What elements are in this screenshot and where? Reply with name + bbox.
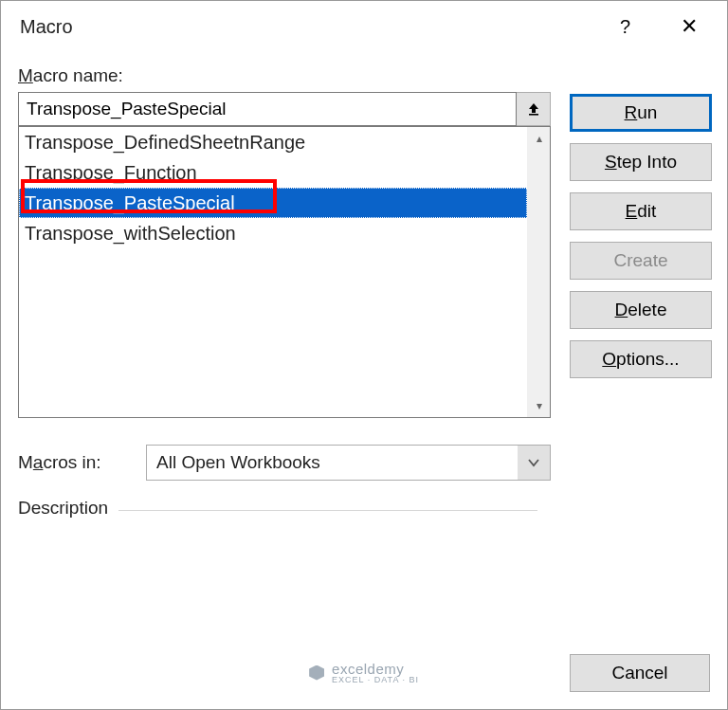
list-item[interactable]: Transpose_DefinedSheetnRange <box>19 127 527 157</box>
list-item[interactable]: Transpose_Function <box>19 157 527 188</box>
edit-button[interactable]: Edit <box>570 192 712 230</box>
run-button[interactable]: Run <box>570 94 712 132</box>
watermark: exceldemy EXCEL · DATA · BI <box>309 661 419 684</box>
macro-name-label: Macro name: <box>18 65 551 86</box>
macro-name-input[interactable] <box>18 92 517 126</box>
list-item[interactable]: Transpose_PasteSpecial <box>19 188 527 218</box>
up-arrow-icon <box>526 101 541 117</box>
macro-dialog: Macro ? ✕ Macro name: Transpose_DefinedS… <box>0 0 728 710</box>
macros-in-dropdown[interactable]: All Open Workbooks <box>146 445 551 481</box>
svg-rect-0 <box>529 114 538 116</box>
close-button[interactable]: ✕ <box>670 12 708 41</box>
macro-list[interactable]: Transpose_DefinedSheetnRangeTranspose_Fu… <box>18 126 551 418</box>
scrollbar[interactable]: ▴ ▾ <box>527 127 550 417</box>
scroll-up-button[interactable]: ▴ <box>528 127 550 150</box>
watermark-logo-icon <box>309 665 324 681</box>
macros-in-selected: All Open Workbooks <box>147 446 518 480</box>
options-button[interactable]: Options... <box>570 340 712 378</box>
chevron-down-icon <box>518 456 550 469</box>
title-bar: Macro ? ✕ <box>1 1 727 48</box>
window-controls: ? ✕ <box>614 12 708 41</box>
cancel-button[interactable]: Cancel <box>570 654 710 692</box>
description-separator <box>118 510 537 511</box>
chevron-up-icon: ▴ <box>537 132 542 145</box>
scroll-down-button[interactable]: ▾ <box>528 394 550 417</box>
create-button: Create <box>570 242 712 280</box>
dialog-title: Macro <box>20 16 73 38</box>
macro-name-row <box>18 92 551 126</box>
macros-in-label: Macros in: <box>18 452 127 473</box>
chevron-down-icon: ▾ <box>537 399 542 412</box>
watermark-tagline: EXCEL · DATA · BI <box>332 675 419 684</box>
range-picker-button[interactable] <box>517 92 551 126</box>
help-button[interactable]: ? <box>614 15 636 39</box>
list-item[interactable]: Transpose_withSelection <box>19 218 527 248</box>
step-into-button[interactable]: Step Into <box>570 143 712 181</box>
description-label: Description <box>18 498 108 519</box>
delete-button[interactable]: Delete <box>570 291 712 329</box>
